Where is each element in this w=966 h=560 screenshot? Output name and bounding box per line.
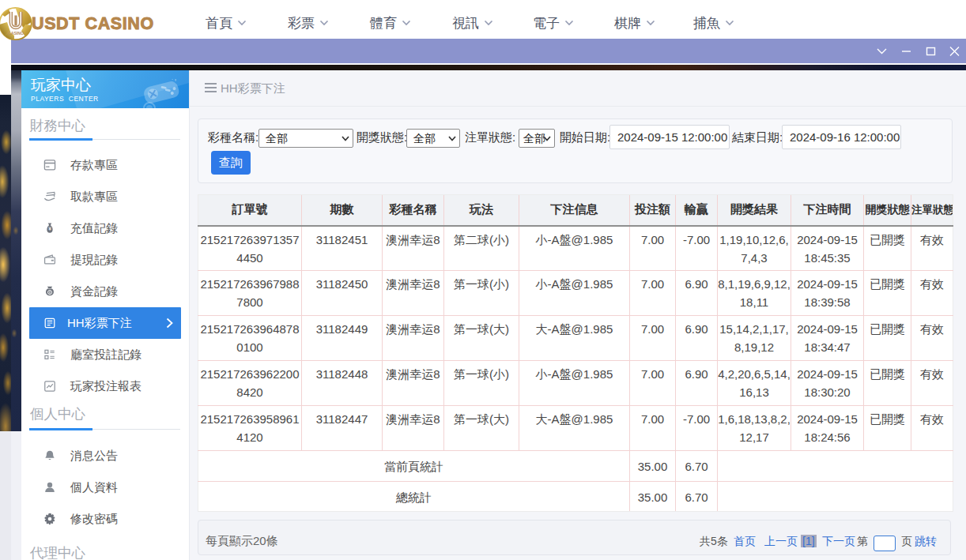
svg-text:CASINO: CASINO [8, 31, 24, 36]
svg-text:¥: ¥ [48, 226, 51, 231]
